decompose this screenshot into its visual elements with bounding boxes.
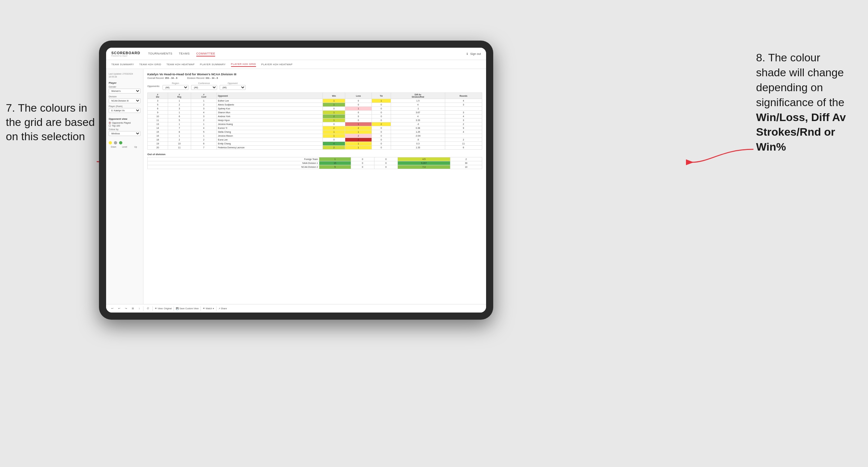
sub-nav: TEAM SUMMARY TEAM H2H GRID TEAM H2H HEAT… <box>106 60 486 69</box>
sidebar-division-select[interactable]: NCAA Division III <box>109 98 141 103</box>
undo2-btn[interactable]: ↩ <box>117 306 122 311</box>
filter-region-label: Region <box>162 82 188 84</box>
table-cell: Federica Domecq Lacroze <box>217 146 323 150</box>
table-cell: 16 <box>148 134 168 138</box>
annotation-left: 7. The colours in the grid are based on … <box>6 101 97 144</box>
sidebar-player-rank-label: Player (Rank) <box>109 105 141 107</box>
logo-text: SCOREBOARD <box>111 51 140 55</box>
radio-top100[interactable] <box>109 125 111 127</box>
table-cell: 4 <box>391 115 445 119</box>
table-cell: 1 <box>191 99 217 103</box>
col-win: Win <box>323 93 345 99</box>
share-btn[interactable]: ↗ Share <box>218 307 227 310</box>
tablet-screen: SCOREBOARD Powered by clippd TOURNAMENTS… <box>106 48 486 313</box>
paste-btn[interactable]: ↕ <box>137 306 141 311</box>
sidebar-division-label: Division <box>109 95 141 98</box>
filter-conference-select[interactable]: (All) <box>191 85 217 90</box>
table-cell: 3 <box>168 107 191 111</box>
table-cell: 13 <box>148 122 168 126</box>
table-cell: 18 <box>148 138 168 142</box>
subnav-player-h2h-grid[interactable]: PLAYER H2H GRID <box>231 62 256 67</box>
ood-loss-cell: 0 <box>351 157 374 161</box>
table-cell: 0 <box>372 115 391 119</box>
annotation-right: 8. The colour shade will change dependin… <box>756 50 863 154</box>
ood-name-cell: NCAA Division 2 <box>148 165 319 169</box>
table-cell: 1 <box>345 122 372 126</box>
table-cell: 0 <box>345 99 372 103</box>
filter-region-select[interactable]: (All) <box>162 85 188 90</box>
sign-out-link[interactable]: Sign out <box>470 52 481 56</box>
ood-diff-cell: 4.5 <box>398 157 450 161</box>
table-cell: 0 <box>372 138 391 142</box>
table-cell: 11 <box>168 146 191 150</box>
nav-committee[interactable]: COMMITTEE <box>196 51 215 57</box>
sidebar-gender-select[interactable]: Women's <box>109 89 141 93</box>
table-cell: Emily Chang <box>217 142 323 146</box>
radio-opponents-played[interactable] <box>109 122 111 124</box>
ood-name-cell: Foreign Team <box>148 157 319 161</box>
sidebar-player-rank-select[interactable]: 8. Katelyn Vo <box>109 108 141 113</box>
table-cell: Jessica Mason <box>217 134 323 138</box>
table-cell: 11 <box>445 142 482 146</box>
table-cell: 2 <box>345 134 372 138</box>
sidebar-colour-by-select[interactable]: Win/loss <box>109 131 141 136</box>
table-cell: Sydney Kuo <box>217 107 323 111</box>
subnav-team-h2h-grid[interactable]: TEAM H2H GRID <box>139 62 161 66</box>
table-cell: 0 <box>345 119 372 122</box>
filter-opponent-select[interactable]: (All) <box>220 85 246 90</box>
table-cell: 0 <box>323 107 345 111</box>
table-cell: 4 <box>445 99 482 103</box>
table-cell: 2 <box>191 138 217 142</box>
table-cell: 6 <box>148 107 168 111</box>
col-loss: Loss <box>345 93 372 99</box>
subnav-team-h2h-heatmap[interactable]: TEAM H2H HEATMAP <box>166 62 195 66</box>
view-original-btn[interactable]: 👁 View: Original <box>155 307 172 310</box>
table-cell: Alexis Sudjianto <box>217 103 323 107</box>
table-row: 914Sharon Mun1003.673 <box>148 111 482 115</box>
table-cell: 3.33 <box>391 119 445 122</box>
table-cell: 2 <box>191 103 217 107</box>
table-cell: 0 <box>372 146 391 150</box>
table-row: 20117Federica Domecq Lacroze2101.336 <box>148 146 482 150</box>
subnav-team-summary[interactable]: TEAM SUMMARY <box>111 62 134 66</box>
nav-teams[interactable]: TEAMS <box>179 51 190 57</box>
table-cell: 1 <box>323 99 345 103</box>
watch-btn[interactable]: 👁 Watch ▾ <box>203 307 214 310</box>
table-cell: 20 <box>148 146 168 150</box>
save-custom-label: Save Custom View <box>180 307 198 310</box>
copy-btn[interactable]: ⊞ <box>130 306 135 311</box>
nav-tournaments[interactable]: TOURNAMENTS <box>148 51 172 57</box>
save-custom-btn[interactable]: 💾 Save Custom View <box>176 307 198 310</box>
colour-legend: Down Level Up <box>109 141 141 148</box>
col-reg: #Reg <box>168 93 191 99</box>
table-cell: 10 <box>148 115 168 119</box>
subnav-player-h2h-heatmap[interactable]: PLAYER H2H HEATMAP <box>261 62 293 66</box>
sidebar-opponents-played-option[interactable]: Opponents Played <box>109 122 141 124</box>
col-conf: #Conf <box>191 93 217 99</box>
view-icon: 👁 <box>155 307 157 310</box>
subnav-player-summary[interactable]: PLAYER SUMMARY <box>200 62 226 66</box>
table-cell: 0 <box>345 115 372 119</box>
undo-btn[interactable]: ↩ <box>110 306 115 311</box>
table-cell: 0 <box>372 126 391 130</box>
sidebar-top100-option[interactable]: Top 100 <box>109 125 141 127</box>
table-cell: 14 <box>148 126 168 130</box>
watch-chevron: ▾ <box>213 307 214 310</box>
ood-rounds-cell: 10 <box>451 165 482 169</box>
nav-links: TOURNAMENTS TEAMS COMMITTEE <box>148 51 467 57</box>
table-row: 1311Jessica Huang012-32 <box>148 122 482 126</box>
table-cell: 3 <box>445 111 482 115</box>
colour-dot-yellow <box>109 141 112 145</box>
redo-btn[interactable]: ↪ <box>124 306 128 311</box>
col-diff: Diff AvStrokes/Rnd <box>391 93 445 99</box>
grid-title: Katelyn Vo Head-to-Head Grid for Women's… <box>147 72 482 76</box>
overall-record: Overall Record: 353 - 34 - 6 <box>147 76 178 80</box>
table-cell: 4 <box>445 115 482 119</box>
table-cell: Esther Lee <box>217 99 323 103</box>
logo-sub: Powered by clippd <box>111 55 140 57</box>
table-cell: 9 <box>445 126 482 130</box>
clock-btn[interactable]: ⏱ <box>145 306 151 311</box>
main-data-table: #Div #Reg #Conf Opponent Win Loss Tie Di… <box>147 93 482 150</box>
share-label: Share <box>221 307 227 310</box>
table-cell: Euna Lee <box>217 138 323 142</box>
